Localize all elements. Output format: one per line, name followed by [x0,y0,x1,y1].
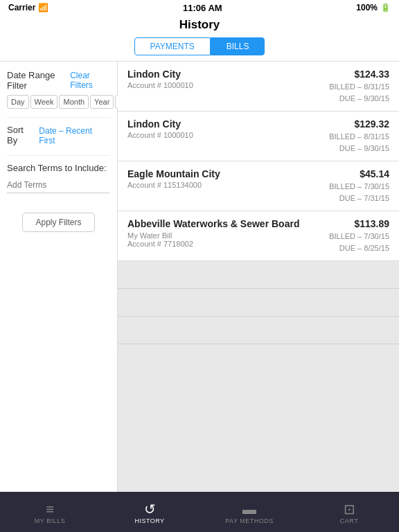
bill-amount-3: $113.89 [354,218,389,229]
sidebar: Date Range Filter Clear Filters Day Week… [0,62,118,492]
bill-name-3: Abbeville Waterworks & Sewer Board [127,218,299,229]
date-filter-title: Date Range Filter [7,70,70,91]
bill-account-0: Account # 1000010 [127,81,193,89]
bill-row-top-0: Lindon City $124.33 [127,69,389,80]
bill-due-0: DUE – 9/30/15 [329,93,389,105]
bill-due-3: DUE – 8/25/15 [329,242,389,254]
nav-item-my-bills[interactable]: ≡ MY BILLS [0,502,100,524]
bill-left-3: My Water Bill Account # 7718002 [127,231,193,248]
bill-row-top-2: Eagle Mountain City $45.14 [127,168,389,179]
nav-item-pay-methods[interactable]: ▬ PAY METHODS [200,502,299,524]
carrier-label: Carrier [8,3,35,12]
date-btn-day[interactable]: Day [7,95,29,109]
bill-name-0: Lindon City [127,69,181,80]
bill-amount-0: $124.33 [354,69,389,80]
bill-billed-2: BILLED – 7/30/15 [329,181,389,193]
pay-methods-icon: ▬ [242,502,256,516]
bill-account-3: Account # 7718002 [127,240,193,248]
filter-header: Date Range Filter Clear Filters [7,70,110,91]
bill-billed-3: BILLED – 7/30/15 [329,231,389,242]
tab-bills[interactable]: BILLS [211,37,265,55]
bill-row-top-1: Lindon City $129.32 [127,118,389,130]
bill-due-2: DUE – 7/31/15 [329,193,389,204]
search-label: Search Terms to Include: [7,163,110,173]
nav-label-history: HISTORY [134,517,164,524]
bill-name-1: Lindon City [127,118,181,130]
bill-billed-1: BILLED – 8/31/15 [329,131,389,143]
bill-item-1[interactable]: Lindon City $129.32 Account # 1000010 BI… [118,112,399,161]
bill-row-bottom-2: Account # 115134000 BILLED – 7/30/15 DUE… [127,181,389,204]
bill-dates-3: BILLED – 7/30/15 DUE – 8/25/15 [329,231,389,254]
bill-amount-2: $45.14 [360,168,389,179]
bill-row-top-3: Abbeville Waterworks & Sewer Board $113.… [127,218,389,229]
spacer-3 [118,317,399,344]
bill-dates-2: BILLED – 7/30/15 DUE – 7/31/15 [329,181,389,204]
cart-icon: ⊡ [344,502,355,516]
apply-btn-wrapper: Apply Filters [7,213,110,232]
bill-row-bottom-3: My Water Bill Account # 7718002 BILLED –… [127,231,389,254]
bill-amount-1: $129.32 [354,118,389,130]
bill-account-1: Account # 1000010 [127,131,193,139]
page-title: History [0,18,399,32]
nav-item-cart[interactable]: ⊡ CART [299,502,399,524]
bill-name-2: Eagle Mountain City [127,168,220,179]
wifi-icon: 📶 [38,3,48,12]
bill-billed-0: BILLED – 8/31/15 [329,81,389,93]
bottom-nav: ≡ MY BILLS ↺ HISTORY ▬ PAY METHODS ⊡ CAR… [0,492,399,532]
nav-label-pay-methods: PAY METHODS [225,517,274,524]
date-btn-week[interactable]: Week [30,95,58,109]
main-content: Date Range Filter Clear Filters Day Week… [0,62,399,492]
sort-by-value[interactable]: Date – Recent First [39,126,110,145]
sort-by-label: Sort By [7,125,36,145]
status-bar: Carrier 📶 11:06 AM 100% 🔋 [0,0,399,15]
bill-item-2[interactable]: Eagle Mountain City $45.14 Account # 115… [118,161,399,211]
spacer-2 [118,289,399,317]
date-range-buttons: Day Week Month Year Custom [7,95,110,109]
header: History PAYMENTS BILLS [0,15,399,62]
bill-dates-0: BILLED – 8/31/15 DUE – 9/30/15 [329,81,389,104]
search-input[interactable] [7,177,110,193]
status-left: Carrier 📶 [8,3,48,12]
nav-label-my-bills: MY BILLS [35,517,65,524]
status-time: 11:06 AM [183,3,222,13]
status-right: 100% 🔋 [356,3,391,12]
nav-label-cart: CART [340,517,358,524]
bill-due-1: DUE – 9/30/15 [329,143,389,154]
bill-item-3[interactable]: Abbeville Waterworks & Sewer Board $113.… [118,211,399,261]
sort-section: Sort By Date – Recent First [7,117,110,147]
bill-item-0[interactable]: Lindon City $124.33 Account # 1000010 BI… [118,62,399,112]
bill-account-2: Account # 115134000 [127,181,202,189]
battery-icon: 🔋 [380,3,391,12]
tab-switcher: PAYMENTS BILLS [0,37,399,55]
bill-row-bottom-1: Account # 1000010 BILLED – 8/31/15 DUE –… [127,131,389,154]
date-btn-month[interactable]: Month [59,95,89,109]
apply-filters-button[interactable]: Apply Filters [22,213,94,232]
history-icon: ↺ [144,502,156,516]
bill-subname-3: My Water Bill [127,231,193,240]
date-filter-section: Date Range Filter Clear Filters Day Week… [7,70,110,109]
search-section: Search Terms to Include: [7,155,110,193]
tab-payments[interactable]: PAYMENTS [134,37,211,55]
battery-label: 100% [356,3,378,12]
date-btn-year[interactable]: Year [90,95,114,109]
nav-item-history[interactable]: ↺ HISTORY [100,502,200,524]
bill-dates-1: BILLED – 8/31/15 DUE – 9/30/15 [329,131,389,154]
my-bills-icon: ≡ [46,502,54,516]
clear-filters-link[interactable]: Clear Filters [70,71,110,90]
bills-list: Lindon City $124.33 Account # 1000010 BI… [118,62,399,492]
spacer-1 [118,261,399,289]
bill-row-bottom-0: Account # 1000010 BILLED – 8/31/15 DUE –… [127,81,389,104]
